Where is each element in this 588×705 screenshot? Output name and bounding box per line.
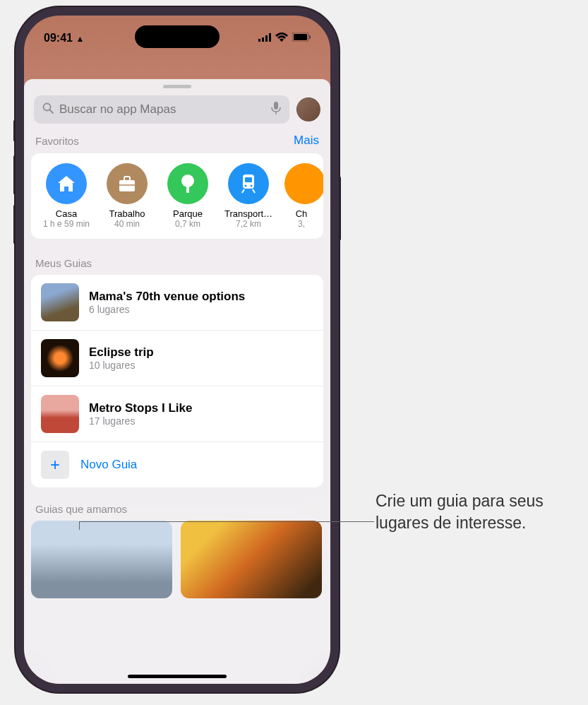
svg-rect-12 xyxy=(124,177,130,181)
loved-guides-row[interactable] xyxy=(24,521,330,598)
svg-rect-11 xyxy=(119,180,135,191)
svg-rect-2 xyxy=(265,35,268,42)
microphone-icon[interactable] xyxy=(271,102,281,117)
cellular-icon xyxy=(258,32,271,45)
svg-rect-3 xyxy=(269,33,271,42)
favorites-row[interactable]: Casa 1 h e 59 min Trabalho 40 min xyxy=(37,163,323,229)
plus-icon: + xyxy=(41,451,69,479)
svg-point-18 xyxy=(245,185,247,187)
svg-rect-17 xyxy=(245,177,252,182)
svg-rect-15 xyxy=(186,186,189,193)
home-indicator[interactable] xyxy=(128,675,227,678)
callout-line xyxy=(79,521,374,522)
favorites-card: Casa 1 h e 59 min Trabalho 40 min xyxy=(31,153,323,239)
svg-line-21 xyxy=(253,189,255,193)
dynamic-island xyxy=(135,25,220,48)
side-button xyxy=(339,177,341,240)
search-sheet: Favoritos Mais Casa 1 h e 59 min xyxy=(24,79,330,684)
favorite-other[interactable]: Ch 3, xyxy=(280,163,323,229)
svg-rect-5 xyxy=(294,34,307,40)
loved-guides-header: Guias que amamos xyxy=(35,503,127,515)
volume-up-button xyxy=(13,155,16,194)
guide-thumbnail xyxy=(41,283,79,321)
guide-thumbnail xyxy=(41,339,79,377)
favorites-header: Favoritos xyxy=(35,135,79,147)
favorites-more-link[interactable]: Mais xyxy=(294,134,319,148)
guide-item[interactable]: Metro Stops I Like 17 lugares xyxy=(31,386,323,442)
profile-avatar[interactable] xyxy=(296,97,320,122)
svg-line-20 xyxy=(242,189,244,193)
favorite-park[interactable]: Parque 0,7 km xyxy=(158,163,217,229)
mute-switch xyxy=(13,120,16,141)
svg-rect-9 xyxy=(274,102,278,109)
favorite-transit[interactable]: Transport… 7,2 km xyxy=(219,163,278,229)
phone-frame: 09:41 ▲ xyxy=(16,7,339,692)
svg-point-14 xyxy=(181,174,194,187)
loved-guide-card[interactable] xyxy=(31,521,172,598)
svg-point-19 xyxy=(251,185,253,187)
train-icon xyxy=(228,163,269,204)
new-guide-button[interactable]: + Novo Guia xyxy=(31,442,323,487)
callout-text: Crie um guia para seus lugares de intere… xyxy=(376,490,587,534)
home-icon xyxy=(46,163,87,204)
search-input[interactable] xyxy=(59,102,265,117)
briefcase-icon xyxy=(107,163,148,204)
guide-item[interactable]: Mama's 70th venue options 6 lugares xyxy=(31,275,323,331)
svg-rect-1 xyxy=(262,37,264,42)
favorite-work[interactable]: Trabalho 40 min xyxy=(97,163,157,229)
my-guides-header: Meus Guias xyxy=(35,257,92,269)
status-time: 09:41 xyxy=(44,32,73,44)
svg-rect-6 xyxy=(309,35,311,39)
guide-item[interactable]: Eclipse trip 10 lugares xyxy=(31,331,323,386)
my-guides-card: Mama's 70th venue options 6 lugares Ecli… xyxy=(31,275,323,487)
loved-guide-card[interactable] xyxy=(181,521,322,598)
svg-rect-0 xyxy=(258,39,260,42)
search-field[interactable] xyxy=(34,95,289,124)
pin-icon xyxy=(284,163,323,204)
tree-icon xyxy=(167,163,208,204)
favorite-home[interactable]: Casa 1 h e 59 min xyxy=(37,163,96,229)
svg-line-8 xyxy=(50,110,54,114)
volume-down-button xyxy=(13,205,16,244)
search-icon xyxy=(42,102,54,117)
wifi-icon xyxy=(275,32,288,45)
battery-icon xyxy=(292,32,311,45)
location-arrow-icon: ▲ xyxy=(76,34,84,44)
grabber[interactable] xyxy=(163,85,191,88)
phone-screen: 09:41 ▲ xyxy=(24,16,330,684)
guide-thumbnail xyxy=(41,395,79,433)
